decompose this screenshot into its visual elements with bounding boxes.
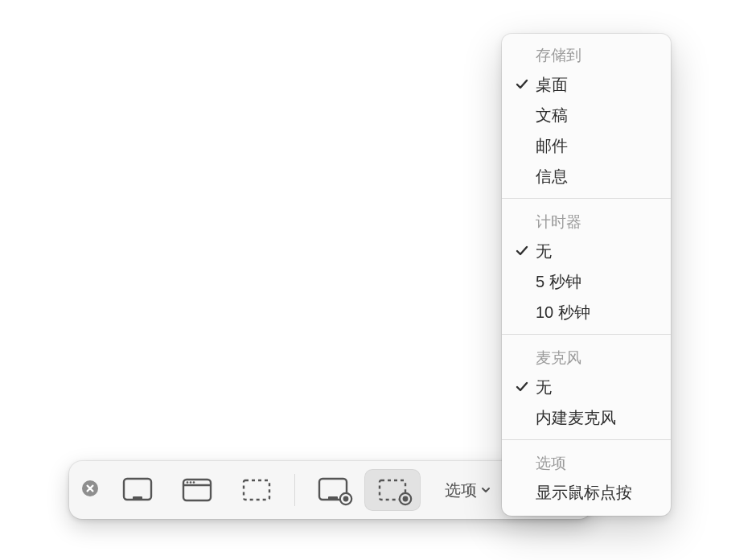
menu-item-timer-none[interactable]: 无 [502,236,671,266]
svg-rect-10 [328,496,338,500]
capture-fullscreen-button[interactable] [109,469,166,511]
record-fullscreen-button[interactable] [305,469,361,511]
menu-item-mic-builtin[interactable]: 内建麦克风 [502,402,671,433]
menu-item-label: 内建麦克风 [536,409,616,426]
capture-selection-button[interactable] [228,469,285,511]
menu-item-label: 信息 [536,167,568,185]
menu-header-options: 选项 [502,447,671,477]
menu-item-label: 显示鼠标点按 [536,484,632,501]
display-icon [121,477,154,503]
chevron-down-icon [480,484,491,496]
menu-item-timer-10s[interactable]: 10 秒钟 [502,297,671,327]
menu-item-label: 10 秒钟 [536,303,590,321]
options-button[interactable]: 选项 [445,469,491,511]
svg-rect-8 [244,480,269,500]
check-icon [515,241,529,255]
capture-window-button[interactable] [169,469,225,511]
menu-item-documents[interactable]: 文稿 [502,100,671,130]
svg-point-5 [187,481,189,484]
record-selection-button[interactable] [364,469,421,511]
menu-item-label: 桌面 [536,76,568,93]
menu-divider [502,334,671,335]
menu-item-label: 邮件 [536,137,568,154]
svg-rect-2 [133,496,142,500]
menu-item-label: 文稿 [536,106,568,124]
menu-item-label: 5 秒钟 [536,273,581,290]
menu-divider [502,198,671,199]
check-icon [515,377,529,391]
svg-point-6 [190,481,192,484]
menu-item-desktop[interactable]: 桌面 [502,69,671,100]
check-icon [515,74,529,89]
menu-item-label: 无 [536,242,552,260]
menu-item-show-clicks[interactable]: 显示鼠标点按 [502,477,671,508]
close-button[interactable] [79,479,101,501]
svg-point-7 [193,481,195,484]
menu-item-timer-5s[interactable]: 5 秒钟 [502,266,671,297]
menu-item-messages[interactable]: 信息 [502,161,671,191]
menu-divider [502,439,671,440]
close-icon [82,480,98,500]
display-record-icon [317,477,349,503]
menu-item-mic-none[interactable]: 无 [502,372,671,402]
svg-point-17 [403,496,409,502]
svg-point-13 [343,496,349,502]
selection-record-icon [376,477,409,503]
menu-header-timer: 计时器 [502,205,671,236]
toolbar-separator [294,474,295,506]
menu-header-mic: 麦克风 [502,341,671,372]
menu-item-label: 无 [536,378,552,396]
options-popover: 存储到 桌面 文稿 邮件 信息 计时器 无 5 秒钟 10 秒钟 麦克风 无 内… [502,34,671,516]
menu-item-mail[interactable]: 邮件 [502,130,671,161]
window-icon [181,477,213,503]
menu-header-saveto: 存储到 [502,39,671,69]
options-label: 选项 [445,480,477,501]
selection-icon [240,477,273,503]
